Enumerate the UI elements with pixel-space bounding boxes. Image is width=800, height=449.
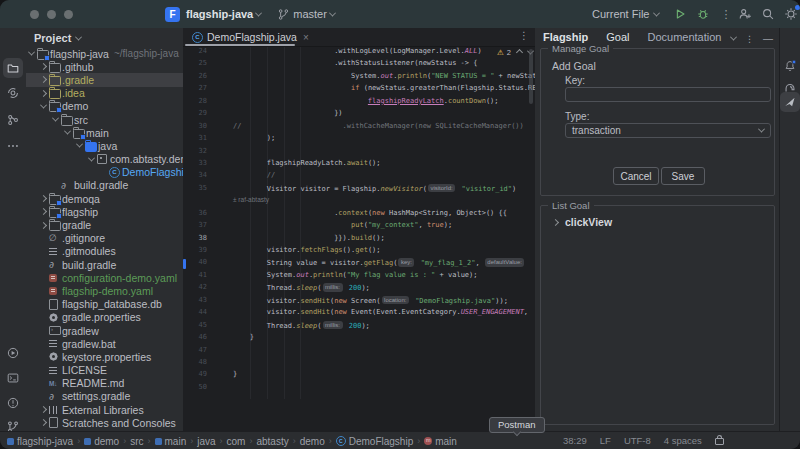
code-line-50[interactable]: 50 (183, 383, 535, 395)
crumb-src[interactable]: src (130, 436, 143, 447)
chevron-down-icon[interactable] (40, 101, 47, 108)
code-line-30[interactable]: 30// .withCacheManager(new SQLiteCacheMa… (183, 122, 535, 134)
branch-selector[interactable]: master (293, 8, 327, 20)
problems-tool-button[interactable] (3, 393, 23, 413)
tree-item-README.md[interactable]: M↓README.md (26, 377, 183, 390)
crumb-flagship-java[interactable]: flagship-java (7, 436, 73, 447)
postman-tooltip[interactable]: Postman (489, 417, 545, 433)
crumb-demo[interactable]: demo (300, 436, 325, 447)
line-ending[interactable]: LF (600, 435, 611, 446)
tree-item-demoqa[interactable]: demoqa (26, 192, 183, 205)
tab-documentation[interactable]: Documentation (647, 31, 721, 43)
tree-item-demo[interactable]: demo (26, 100, 183, 113)
tab-goal[interactable]: Goal (606, 31, 629, 43)
code-line-38[interactable]: 38 }}).build(); (183, 234, 535, 246)
type-select[interactable]: transaction (565, 123, 771, 138)
project-panel-header[interactable]: Project (34, 32, 81, 44)
debug-button[interactable] (696, 7, 710, 21)
tree-item-flagship_database.db[interactable]: flagship_database.db (26, 298, 183, 311)
code-line-37[interactable]: 37 put("my_context", true); (183, 221, 535, 233)
tree-item-java[interactable]: java (26, 139, 183, 152)
chevron-right-icon[interactable] (40, 208, 47, 215)
add-user-button[interactable] (738, 7, 752, 21)
code-line-26[interactable]: 26 System.out.println("NEW STATUS = " + … (183, 72, 535, 84)
unlocked-icon[interactable] (715, 438, 724, 445)
code-line-40[interactable]: 40 String value = visitor.getFlag(key: "… (183, 258, 535, 270)
code-line-29[interactable]: 29 }) (183, 109, 535, 121)
code-line-35[interactable]: 35 Visitor visitor = Flagship.newVisitor… (183, 184, 535, 196)
crumb-main[interactable]: mmain (424, 436, 457, 447)
window-minimize-button[interactable] (47, 10, 56, 19)
code-line-47[interactable]: 47 (183, 346, 535, 358)
chevron-down-icon[interactable] (730, 34, 737, 41)
key-input[interactable] (565, 87, 771, 102)
prev-warning-icon[interactable] (516, 49, 523, 56)
chevron-right-icon[interactable] (552, 218, 559, 225)
tree-item-gradle.properties[interactable]: gradle.properties (26, 311, 183, 324)
code-line-27[interactable]: 27 if (newStatus.greaterThan(Flagship.St… (183, 84, 535, 96)
project-selector[interactable]: flagship-java (186, 8, 253, 20)
chevron-right-icon[interactable] (40, 63, 47, 70)
file-encoding[interactable]: UTF-8 (624, 435, 651, 446)
tree-item-.idea[interactable]: .idea (26, 87, 183, 100)
tree-item-gradlew.bat[interactable]: gradlew.bat (26, 337, 183, 350)
crumb-demo[interactable]: demo (84, 436, 119, 447)
crumb-com[interactable]: com (227, 436, 246, 447)
code-line-25[interactable]: 25 .withStatusListener(newStatus -> { (183, 59, 535, 71)
code-line-49[interactable]: 49} (183, 370, 535, 382)
more-actions-button[interactable]: ⋮ (720, 8, 731, 21)
tree-item-configuration-demo.yaml[interactable]: configuration-demo.yaml (26, 271, 183, 284)
tree-item-settings.gradle[interactable]: ∂settings.gradle (26, 390, 183, 403)
chevron-down-icon[interactable] (52, 115, 59, 122)
tree-item-gradlew[interactable]: ›gradlew (26, 324, 183, 337)
hide-panel-icon[interactable]: — (763, 33, 773, 44)
code-line-43[interactable]: 43 visitor.sendHit(new Screen(location: … (183, 296, 535, 308)
tree-item-DemoFlagship[interactable]: CDemoFlagship (26, 166, 183, 179)
close-icon[interactable]: × (303, 32, 309, 43)
author-inlay[interactable]: ± raf-abtasty (183, 196, 535, 208)
crumb-abtasty[interactable]: abtasty (256, 436, 288, 447)
run-button[interactable] (673, 7, 687, 21)
chevron-down-icon[interactable] (76, 141, 83, 148)
window-close-button[interactable] (30, 10, 39, 19)
chevron-right-icon[interactable] (40, 406, 47, 413)
tree-item-.github[interactable]: .github (26, 60, 183, 73)
code-line-36[interactable]: 36 .context(new HashMap<String, Object>(… (183, 209, 535, 221)
caret-position[interactable]: 38:29 (563, 435, 587, 446)
chevron-right-icon[interactable] (40, 419, 47, 426)
tree-item-.gitmodules[interactable]: .gitmodules (26, 245, 183, 258)
code-line-33[interactable]: 33 flagshipReadyLatch.await(); (183, 159, 535, 171)
panel-options-icon[interactable]: ⋮ (745, 34, 754, 44)
code-line-34[interactable]: 34 // (183, 171, 535, 183)
indent-setting[interactable]: 4 spaces (664, 435, 702, 446)
tree-item-main[interactable]: main (26, 126, 183, 139)
chevron-down-icon[interactable] (64, 128, 71, 135)
tree-item-External Libraries[interactable]: External Libraries (26, 403, 183, 416)
window-zoom-button[interactable] (64, 10, 73, 19)
code-line-32[interactable]: 32 (183, 147, 535, 159)
code-line-46[interactable]: 46 } (183, 333, 535, 345)
tree-item-LICENSE[interactable]: LICENSE (26, 364, 183, 377)
chevron-down-icon[interactable] (28, 49, 35, 56)
code-line-39[interactable]: 39 visitor.fetchFlags().get(); (183, 246, 535, 258)
terminal-tool-button[interactable] (3, 368, 23, 388)
flagship-tool-button[interactable] (780, 92, 800, 112)
code-line-45[interactable]: 45 Thread.sleep(millis: 200); (183, 321, 535, 333)
code-line-44[interactable]: 44 visitor.sendHit(new Event(Event.Event… (183, 308, 535, 320)
code-viewport[interactable]: 24 .withLogLevel(LogManager.Level.ALL)25… (183, 47, 535, 431)
chevron-down-icon[interactable] (88, 154, 95, 161)
tree-item-keystore.properties[interactable]: keystore.properties (26, 350, 183, 363)
code-line-31[interactable]: 31 ); (183, 134, 535, 146)
goal-item-clickview[interactable]: clickView (553, 216, 612, 228)
project-tool-button[interactable] (3, 58, 23, 78)
tree-item-build.gradle[interactable]: ∂build.gradle (26, 179, 183, 192)
editor-scrollbar[interactable] (529, 49, 533, 104)
crumb-DemoFlagship[interactable]: CDemoFlagship (336, 436, 413, 447)
code-line-24[interactable]: 24 .withLogLevel(LogManager.Level.ALL) (183, 47, 535, 59)
crumb-main[interactable]: main (155, 436, 187, 447)
chevron-right-icon[interactable] (40, 195, 47, 202)
tree-item-build.gradle[interactable]: ∂build.gradle (26, 258, 183, 271)
tree-item-flagship-java[interactable]: flagship-java~/flagship-java (26, 47, 183, 60)
tree-item-gradle[interactable]: gradle (26, 218, 183, 231)
search-icon[interactable] (761, 7, 775, 21)
